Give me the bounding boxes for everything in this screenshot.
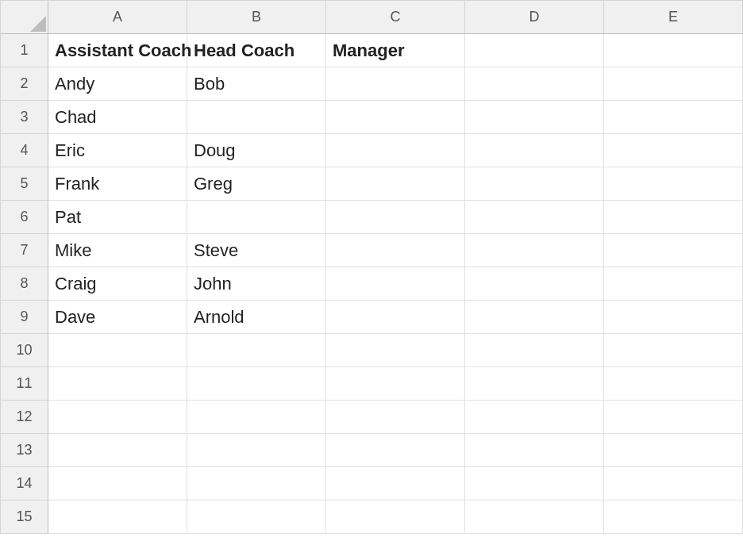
row-header-9[interactable]: 9	[1, 301, 48, 334]
cell-E14[interactable]	[604, 467, 743, 501]
cell-B13[interactable]	[187, 434, 326, 467]
cell-A1[interactable]: Assistant Coach	[48, 34, 187, 67]
row-header-14[interactable]: 14	[1, 467, 48, 501]
cell-E3[interactable]	[604, 101, 743, 134]
cell-D9[interactable]	[465, 301, 604, 334]
cell-E15[interactable]	[604, 501, 743, 534]
cell-B5[interactable]: Greg	[187, 167, 326, 201]
select-all-corner[interactable]	[1, 1, 48, 34]
cell-A3[interactable]: Chad	[48, 101, 187, 134]
cell-C11[interactable]	[326, 367, 465, 401]
cell-B14[interactable]	[187, 467, 326, 501]
col-header-E[interactable]: E	[604, 1, 743, 34]
row-header-13[interactable]: 13	[1, 434, 48, 467]
row-header-4[interactable]: 4	[1, 134, 48, 167]
row-header-12[interactable]: 12	[1, 401, 48, 434]
cell-E13[interactable]	[604, 434, 743, 467]
row-header-3[interactable]: 3	[1, 101, 48, 134]
cell-A12[interactable]	[48, 401, 187, 434]
cell-B3[interactable]	[187, 101, 326, 134]
cell-A9[interactable]: Dave	[48, 301, 187, 334]
cell-D1[interactable]	[465, 34, 604, 67]
cell-D6[interactable]	[465, 201, 604, 234]
cell-C12[interactable]	[326, 401, 465, 434]
cell-D3[interactable]	[465, 101, 604, 134]
cell-B12[interactable]	[187, 401, 326, 434]
cell-B6[interactable]	[187, 201, 326, 234]
cell-C14[interactable]	[326, 467, 465, 501]
row-header-5[interactable]: 5	[1, 167, 48, 201]
cell-B11[interactable]	[187, 367, 326, 401]
cell-C9[interactable]	[326, 301, 465, 334]
cell-E11[interactable]	[604, 367, 743, 401]
cell-C1[interactable]: Manager	[326, 34, 465, 67]
row-header-15[interactable]: 15	[1, 501, 48, 534]
col-header-B[interactable]: B	[187, 1, 326, 34]
cell-D4[interactable]	[465, 134, 604, 167]
cell-E1[interactable]	[604, 34, 743, 67]
cell-B7[interactable]: Steve	[187, 234, 326, 267]
cell-D5[interactable]	[465, 167, 604, 201]
cell-E12[interactable]	[604, 401, 743, 434]
cell-C15[interactable]	[326, 501, 465, 534]
cell-D10[interactable]	[465, 334, 604, 367]
cell-A10[interactable]	[48, 334, 187, 367]
row-header-8[interactable]: 8	[1, 267, 48, 301]
cell-D11[interactable]	[465, 367, 604, 401]
col-header-label: D	[529, 9, 540, 25]
cell-B9[interactable]: Arnold	[187, 301, 326, 334]
cell-A13[interactable]	[48, 434, 187, 467]
row-header-label: 9	[20, 309, 28, 325]
cell-E8[interactable]	[604, 267, 743, 301]
cell-E5[interactable]	[604, 167, 743, 201]
cell-A2[interactable]: Andy	[48, 67, 187, 101]
cell-B4[interactable]: Doug	[187, 134, 326, 167]
cell-A8[interactable]: Craig	[48, 267, 187, 301]
cell-D8[interactable]	[465, 267, 604, 301]
row-header-6[interactable]: 6	[1, 201, 48, 234]
cell-E6[interactable]	[604, 201, 743, 234]
cell-C7[interactable]	[326, 234, 465, 267]
cell-A11[interactable]	[48, 367, 187, 401]
row-header-2[interactable]: 2	[1, 67, 48, 101]
cell-D2[interactable]	[465, 67, 604, 101]
cell-E7[interactable]	[604, 234, 743, 267]
col-header-A[interactable]: A	[48, 1, 187, 34]
cell-A15[interactable]	[48, 501, 187, 534]
row-header-10[interactable]: 10	[1, 334, 48, 367]
cell-A14[interactable]	[48, 467, 187, 501]
cell-C6[interactable]	[326, 201, 465, 234]
cell-C8[interactable]	[326, 267, 465, 301]
cell-E2[interactable]	[604, 67, 743, 101]
cell-D7[interactable]	[465, 234, 604, 267]
row-header-11[interactable]: 11	[1, 367, 48, 401]
cell-B15[interactable]	[187, 501, 326, 534]
cell-B8[interactable]: John	[187, 267, 326, 301]
cell-A5[interactable]: Frank	[48, 167, 187, 201]
cell-D15[interactable]	[465, 501, 604, 534]
cell-C5[interactable]	[326, 167, 465, 201]
cell-E9[interactable]	[604, 301, 743, 334]
cell-A7[interactable]: Mike	[48, 234, 187, 267]
cell-E4[interactable]	[604, 134, 743, 167]
spreadsheet-grid[interactable]: A B C D E 1 Assistant Coach Head Coach M…	[0, 0, 743, 534]
cell-value: Assistant Coach	[55, 40, 191, 61]
row-header-7[interactable]: 7	[1, 234, 48, 267]
cell-B2[interactable]: Bob	[187, 67, 326, 101]
cell-A4[interactable]: Eric	[48, 134, 187, 167]
row-header-1[interactable]: 1	[1, 34, 48, 67]
cell-C10[interactable]	[326, 334, 465, 367]
cell-D13[interactable]	[465, 434, 604, 467]
cell-A6[interactable]: Pat	[48, 201, 187, 234]
col-header-C[interactable]: C	[326, 1, 465, 34]
cell-C13[interactable]	[326, 434, 465, 467]
cell-D14[interactable]	[465, 467, 604, 501]
col-header-D[interactable]: D	[465, 1, 604, 34]
cell-C2[interactable]	[326, 67, 465, 101]
cell-E10[interactable]	[604, 334, 743, 367]
cell-B1[interactable]: Head Coach	[187, 34, 326, 67]
cell-C3[interactable]	[326, 101, 465, 134]
cell-C4[interactable]	[326, 134, 465, 167]
cell-D12[interactable]	[465, 401, 604, 434]
cell-B10[interactable]	[187, 334, 326, 367]
